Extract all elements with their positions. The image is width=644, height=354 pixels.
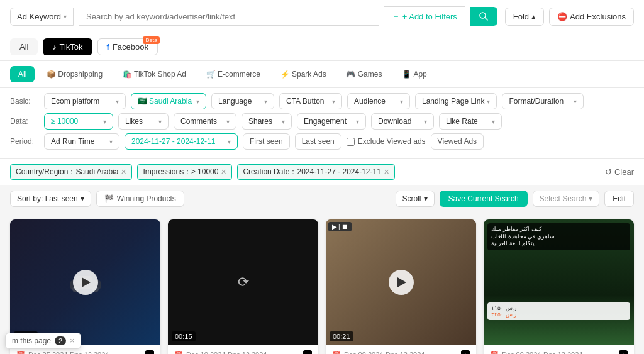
- calendar-icon: 📅: [490, 351, 499, 355]
- likes-dropdown[interactable]: Likes▾: [118, 113, 169, 130]
- search-input[interactable]: [86, 12, 371, 21]
- save-current-search-button[interactable]: Save Current Search: [440, 191, 528, 207]
- chevron-icon: ▾: [487, 98, 490, 105]
- search-icon: [479, 11, 489, 21]
- impressions-dropdown[interactable]: ≥ 10000▾: [44, 113, 113, 130]
- video-date-row: 📅 Dec 09 2024-Dec 12 2024 ♪: [490, 350, 628, 354]
- shares-dropdown[interactable]: Shares▾: [242, 113, 292, 130]
- country-tag-label: Country/Region：Saudi Arabia: [16, 167, 118, 177]
- video-thumbnail[interactable]: كيف اكثر مقاطر ملكساهري في مجاهدة اللغات…: [484, 219, 634, 345]
- platform-tab-all[interactable]: All: [10, 38, 38, 55]
- video-grid: 00:15 📅 Dec 05 2024-Dec 12 2024 ♪ 2 Impr…: [0, 212, 644, 354]
- language-dropdown[interactable]: Language▾: [211, 93, 274, 109]
- keyword-type-dropdown[interactable]: Ad Keyword ▾: [10, 8, 74, 26]
- video-thumbnail[interactable]: 00:15: [10, 219, 160, 345]
- cat-dropshipping-label: Dropshipping: [58, 70, 103, 79]
- saudi-arabia-dropdown[interactable]: 🇸🇦 Saudi Arabia▾: [131, 93, 206, 109]
- app-icon: 📱: [402, 70, 411, 79]
- scroll-dropdown[interactable]: Scroll ▾: [396, 191, 435, 207]
- video-thumbnail[interactable]: ⟳ 00:15: [168, 219, 318, 345]
- impressions-tag-remove[interactable]: ✕: [221, 168, 226, 176]
- impressions-tag-label: Impressions：≥ 10000: [143, 167, 218, 177]
- bottom-count: 2: [55, 336, 66, 345]
- date-range: Dec 10 2024-Dec 12 2024: [186, 351, 267, 354]
- beta-badge: Beta: [143, 36, 160, 44]
- creation-date-tag-remove[interactable]: ✕: [384, 168, 389, 176]
- run-time-dropdown[interactable]: Ad Run Time▾: [44, 133, 119, 150]
- save-search-label: Save Current Search: [448, 194, 519, 203]
- tiktok-label: TikTok: [59, 42, 82, 52]
- cat-tab-tiktokshop[interactable]: 🛍️ TikTok Shop Ad: [114, 66, 194, 82]
- basic-label: Basic:: [10, 97, 39, 106]
- viewed-ads-button[interactable]: Viewed Ads: [431, 133, 484, 150]
- flag-icon: 🏁: [104, 194, 114, 203]
- download-dropdown[interactable]: Download▾: [371, 113, 434, 130]
- fold-button[interactable]: Fold ▴: [505, 8, 544, 26]
- tiktokshop-icon: 🛍️: [123, 70, 131, 79]
- winning-products-button[interactable]: 🏁 Winning Products: [96, 191, 184, 207]
- audience-dropdown[interactable]: Audience▾: [347, 93, 410, 109]
- last-seen-filter[interactable]: Last seen: [295, 133, 341, 150]
- tiktok-platform-icon: ♪: [619, 350, 628, 354]
- exclude-viewed-label: Exclude Viewed ads: [358, 137, 426, 146]
- video-thumbnail[interactable]: ▶|⏹ 00:21: [326, 219, 476, 345]
- comments-dropdown[interactable]: Comments▾: [174, 113, 236, 130]
- cta-button-dropdown[interactable]: CTA Button▾: [279, 93, 342, 109]
- platform-tab-tiktok[interactable]: ♪ TikTok: [43, 38, 92, 55]
- country-tag-remove[interactable]: ✕: [121, 168, 126, 176]
- bottom-close-button[interactable]: ×: [70, 336, 74, 345]
- play-button[interactable]: [389, 270, 414, 295]
- plus-icon: ＋: [392, 11, 400, 22]
- cat-tab-games[interactable]: 🎮 Games: [338, 66, 391, 82]
- fold-label: Fold: [513, 12, 529, 21]
- chevron-icon: ▾: [158, 118, 162, 125]
- cat-tab-ecommerce[interactable]: 🛒 E-commerce: [198, 66, 269, 82]
- ecom-platform-dropdown[interactable]: Ecom platform▾: [44, 93, 126, 109]
- results-toolbar: Sort by: Last seen ▾ 🏁 Winning Products …: [0, 185, 644, 212]
- platform-all-label: All: [19, 42, 28, 52]
- filters-section: Basic: Ecom platform▾ 🇸🇦 Saudi Arabia▾ L…: [0, 88, 644, 159]
- format-dropdown[interactable]: Format/Duration▾: [502, 93, 584, 109]
- date-range-dropdown[interactable]: 2024-11-27 - 2024-12-11▾: [125, 133, 238, 150]
- facebook-icon: f: [107, 42, 109, 52]
- select-chevron-icon: ▾: [589, 194, 592, 203]
- video-date-row: 📅 Dec 09 2024-Dec 12 2024 ♪: [332, 350, 470, 354]
- date-range: Dec 05 2024-Dec 12 2024: [28, 351, 109, 354]
- bottom-notification-bar: m this page 2 ×: [5, 333, 81, 349]
- cat-sparkads-label: Spark Ads: [292, 70, 326, 79]
- cat-games-label: Games: [358, 70, 382, 79]
- search-button[interactable]: [470, 7, 497, 26]
- cat-tab-sparkads[interactable]: ⚡ Spark Ads: [272, 66, 335, 82]
- landing-page-dropdown[interactable]: Landing Page Link▾: [415, 93, 497, 109]
- scroll-label: Scroll: [402, 194, 421, 203]
- cat-tab-all[interactable]: All: [10, 66, 35, 82]
- like-rate-dropdown[interactable]: Like Rate▾: [439, 113, 502, 130]
- edit-button[interactable]: Edit: [604, 191, 634, 207]
- play-icon: [397, 277, 406, 287]
- data-label: Data:: [10, 117, 39, 126]
- engagement-dropdown[interactable]: Engagement▾: [297, 113, 366, 130]
- sort-label: Sort by: Last seen: [17, 194, 78, 203]
- creation-date-tag-label: Creation Date：2024-11-27 - 2024-12-11: [243, 167, 380, 177]
- chevron-icon: ▾: [574, 98, 577, 105]
- filter-icon: ⛔: [557, 12, 567, 21]
- winning-label: Winning Products: [117, 194, 176, 203]
- impressions-tag: Impressions：≥ 10000 ✕: [137, 164, 232, 180]
- data-filter-row: Data: ≥ 10000▾ Likes▾ Comments▾ Shares▾ …: [10, 113, 634, 130]
- video-info: 📅 Dec 09 2024-Dec 12 2024 ♪ 892.7K Impre…: [484, 345, 634, 354]
- exclude-viewed-checkbox[interactable]: [347, 138, 355, 146]
- add-to-filters-button[interactable]: ＋ + Add to Filters: [384, 6, 465, 26]
- platform-tabs: All ♪ TikTok f Facebook Beta: [0, 33, 644, 61]
- dropshipping-icon: 📦: [47, 70, 55, 79]
- add-exclusions-button[interactable]: ⛔ Add Exclusions: [549, 8, 634, 26]
- video-text-overlay: كيف اكثر مقاطر ملكساهري في مجاهدة اللغات…: [487, 223, 630, 250]
- cat-tab-dropshipping[interactable]: 📦 Dropshipping: [38, 66, 111, 82]
- sort-dropdown[interactable]: Sort by: Last seen ▾: [10, 191, 91, 207]
- tiktok-platform-icon: ♪: [145, 350, 154, 354]
- platform-tab-facebook[interactable]: f Facebook Beta: [97, 38, 158, 55]
- play-button[interactable]: [73, 270, 98, 295]
- clear-button[interactable]: ↺ Clear: [605, 167, 634, 177]
- first-seen-filter[interactable]: First seen: [243, 133, 290, 150]
- cat-tab-app[interactable]: 📱 App: [394, 66, 435, 82]
- select-search-dropdown[interactable]: Select Search ▾: [533, 191, 600, 207]
